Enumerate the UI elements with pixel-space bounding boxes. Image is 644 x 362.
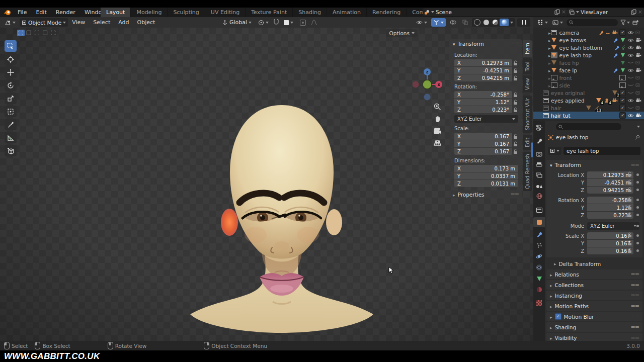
keyframe-dot[interactable] xyxy=(636,234,639,237)
render-disable-icon[interactable] xyxy=(635,75,641,80)
workspace-tab-rendering[interactable]: Rendering xyxy=(367,8,407,17)
panel-instancing[interactable]: Instancing== xyxy=(546,291,642,300)
lock-rotation-y-icon[interactable] xyxy=(512,100,519,105)
model-head-bust[interactable] xyxy=(186,98,377,344)
render-enable-icon[interactable] xyxy=(635,113,641,118)
pin-icon[interactable] xyxy=(634,135,640,140)
panel-options-icon[interactable]: == xyxy=(511,40,519,47)
keyframe-dot[interactable] xyxy=(636,181,639,184)
prop-scale-x[interactable]: Scale X0.167 xyxy=(548,232,633,239)
lock-icon[interactable] xyxy=(627,197,632,202)
select-mode-set[interactable] xyxy=(17,30,25,36)
tool-rotate[interactable] xyxy=(5,79,17,91)
region-scrollbar[interactable] xyxy=(531,142,533,157)
editor-type-button[interactable] xyxy=(3,18,18,27)
keyframe-dot[interactable] xyxy=(636,173,639,176)
lock-rotation-z-icon[interactable] xyxy=(512,107,519,113)
tab-material[interactable] xyxy=(533,285,545,295)
render-disable-icon[interactable] xyxy=(635,60,641,65)
tab-object-data[interactable] xyxy=(533,274,545,284)
pivot-point-dropdown[interactable] xyxy=(256,18,271,27)
panel-collections[interactable]: Collections== xyxy=(546,280,642,290)
keyframe-dot[interactable] xyxy=(636,225,639,227)
hide-eye-icon[interactable] xyxy=(627,46,634,50)
render-enable-icon[interactable] xyxy=(635,45,641,50)
outliner-row-eye-lash-top[interactable]: eye lash top xyxy=(533,51,644,59)
lock-icon[interactable] xyxy=(627,205,632,210)
outliner-row-face-lp[interactable]: face lp xyxy=(533,66,644,74)
properties-search-input[interactable] xyxy=(556,123,621,130)
zoom-view-icon[interactable] xyxy=(431,101,443,113)
shading-rendered-button[interactable] xyxy=(500,19,509,26)
shading-dropdown-icon[interactable] xyxy=(510,22,513,24)
select-mode-subtract[interactable] xyxy=(33,30,41,36)
tool-select-box[interactable] xyxy=(5,40,17,52)
collection-checkbox[interactable] xyxy=(619,105,626,111)
tab-constraints[interactable] xyxy=(533,262,545,273)
tool-add-cube[interactable] xyxy=(5,145,17,156)
workspace-tab-shading[interactable]: Shading xyxy=(293,8,327,17)
select-mode-intersect[interactable] xyxy=(49,30,57,36)
hide-eye-icon[interactable] xyxy=(627,31,634,35)
outliner-row-front[interactable]: front xyxy=(533,74,644,81)
keyframe-dot[interactable] xyxy=(636,249,639,252)
dimensions-y-field[interactable]: Y0.0337 m xyxy=(454,172,518,179)
unlink-scene-icon[interactable]: × xyxy=(561,10,566,15)
tab-texture[interactable] xyxy=(533,298,545,308)
outliner-row-side[interactable]: side xyxy=(533,81,644,89)
prop-scale-y[interactable]: Y0.167 xyxy=(548,240,633,247)
snap-settings-dropdown[interactable] xyxy=(282,18,295,27)
lock-icon[interactable] xyxy=(627,232,632,238)
workspace-tab-uv-editing[interactable]: UV Editing xyxy=(205,8,246,17)
location-z-field[interactable]: Z0.94215 m xyxy=(454,74,512,81)
npanel-tab-view[interactable]: View xyxy=(523,75,532,93)
keyframe-dot[interactable] xyxy=(636,206,639,209)
navigation-gizmo[interactable]: z x xyxy=(413,68,446,101)
lock-scale-z-icon[interactable] xyxy=(512,149,519,154)
tab-output[interactable] xyxy=(533,159,545,169)
render-disable-icon[interactable] xyxy=(635,30,641,35)
select-mode-invert[interactable] xyxy=(41,30,49,36)
tool-move[interactable] xyxy=(5,66,17,78)
workspace-tab-layout[interactable]: Layout xyxy=(101,8,131,17)
show-visibilities-dropdown[interactable] xyxy=(414,18,429,27)
panel-shading[interactable]: Shading== xyxy=(546,322,642,332)
orthographic-toggle-icon[interactable] xyxy=(431,137,443,149)
hide-eye-icon[interactable] xyxy=(627,38,634,42)
camera-view-icon[interactable] xyxy=(431,125,443,137)
rotation-x-field[interactable]: X-0.258° xyxy=(454,91,512,98)
tool-cursor[interactable] xyxy=(5,53,17,65)
hide-eye-icon[interactable] xyxy=(627,53,634,57)
prop-location-z[interactable]: Z0.94215 m xyxy=(548,187,633,194)
viewport-menu-view[interactable]: View xyxy=(68,17,89,28)
workspace-tab-modeling[interactable]: Modeling xyxy=(131,8,168,17)
lock-icon[interactable] xyxy=(627,240,632,246)
tool-measure[interactable] xyxy=(5,132,17,143)
menu-file[interactable]: File xyxy=(13,8,31,17)
hidden-eye-icon[interactable] xyxy=(627,61,634,65)
prop-location-y[interactable]: Y-0.4251 m xyxy=(548,179,633,186)
object-name-field[interactable]: eye lash top xyxy=(564,147,640,155)
xray-toggle[interactable] xyxy=(460,18,470,27)
render-disable-icon[interactable] xyxy=(635,83,641,87)
rotation-z-field[interactable]: Z0.223° xyxy=(454,106,512,113)
tab-object[interactable] xyxy=(533,217,545,227)
panel-relations[interactable]: Relations== xyxy=(546,269,642,279)
delta-transform-panel[interactable]: Delta Transform xyxy=(554,260,601,267)
shading-material-button[interactable] xyxy=(491,19,500,26)
properties-filter-dropdown[interactable] xyxy=(637,126,640,128)
keyframe-dot[interactable] xyxy=(636,214,639,216)
new-viewlayer-icon[interactable] xyxy=(631,9,636,15)
viewport-menu-select[interactable]: Select xyxy=(89,17,114,28)
viewport-menu-add[interactable]: Add xyxy=(114,17,133,28)
hide-eye-icon[interactable] xyxy=(627,99,634,103)
prop-rotation-mode[interactable]: ModeXYZ Euler xyxy=(548,222,639,229)
remove-viewlayer-icon[interactable]: × xyxy=(638,10,642,15)
tool-annotate[interactable] xyxy=(5,119,17,130)
menu-edit[interactable]: Edit xyxy=(31,8,51,17)
lock-icon[interactable] xyxy=(627,248,632,253)
hide-eye-icon[interactable] xyxy=(627,114,634,118)
outliner-search-input[interactable] xyxy=(567,19,618,26)
tab-modifiers[interactable] xyxy=(533,229,545,239)
viewport-options-button[interactable]: Options xyxy=(386,29,418,37)
